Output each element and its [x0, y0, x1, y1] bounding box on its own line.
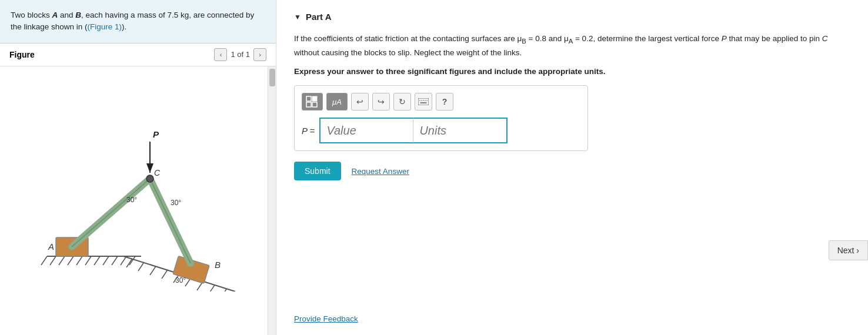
- figure-title: Figure: [9, 50, 35, 59]
- input-label: P =: [302, 126, 315, 136]
- help-button[interactable]: ?: [436, 93, 453, 110]
- angle-3: 30°: [175, 276, 186, 284]
- svg-line-25: [150, 179, 191, 263]
- template-button[interactable]: [302, 93, 323, 110]
- svg-line-4: [68, 256, 74, 265]
- value-input[interactable]: [319, 118, 413, 143]
- input-row: P =: [302, 118, 580, 143]
- svg-line-21: [221, 289, 226, 292]
- svg-rect-31: [418, 98, 429, 105]
- diagram-svg: A B C P: [24, 109, 253, 292]
- answer-box: μA ↩ ↪ ↻ ? P =: [294, 85, 588, 151]
- keyboard-icon: [418, 98, 429, 105]
- svg-line-2: [50, 256, 56, 265]
- svg-rect-30: [312, 102, 317, 107]
- svg-line-1: [41, 256, 47, 265]
- next-figure-button[interactable]: ›: [253, 48, 266, 61]
- units-input[interactable]: [413, 118, 508, 143]
- prev-figure-button[interactable]: ‹: [214, 48, 227, 61]
- svg-line-3: [59, 256, 65, 265]
- svg-line-6: [85, 256, 91, 265]
- provide-feedback-button[interactable]: Provide Feedback: [294, 314, 358, 323]
- next-button[interactable]: Next ›: [829, 240, 868, 260]
- feedback-section: Provide Feedback: [294, 314, 850, 323]
- problem-statement: Two blocks A and B, each having a mass o…: [0, 0, 276, 43]
- svg-line-13: [126, 259, 132, 267]
- question-text: If the coefficients of static friction a…: [294, 32, 850, 59]
- figure-area: A B C P: [0, 66, 276, 336]
- action-row: Submit Request Answer: [294, 162, 850, 180]
- svg-line-16: [162, 270, 168, 279]
- block-A-label: A: [52, 11, 58, 19]
- refresh-button[interactable]: ↻: [393, 93, 411, 110]
- keyboard-button[interactable]: [415, 93, 432, 110]
- redo-button[interactable]: ↪: [372, 93, 390, 110]
- figure-link[interactable]: (Figure 1): [88, 22, 122, 31]
- svg-rect-28: [312, 96, 317, 101]
- svg-line-14: [138, 262, 144, 271]
- svg-line-11: [129, 256, 135, 265]
- grid-icon: [306, 96, 319, 108]
- figure-header: Figure ‹ 1 of 1 ›: [0, 43, 276, 66]
- force-P-label: P: [153, 129, 159, 139]
- scroll-bar[interactable]: [268, 66, 276, 336]
- svg-line-5: [76, 256, 82, 265]
- part-header: ▼ Part A: [294, 12, 850, 22]
- right-panel: ▼ Part A If the coefficients of static f…: [276, 0, 868, 335]
- block-B-text: B: [215, 260, 221, 270]
- left-panel: Two blocks A and B, each having a mass o…: [0, 0, 276, 335]
- part-title: Part A: [306, 12, 332, 22]
- scroll-thumb: [269, 69, 275, 86]
- undo-button[interactable]: ↩: [351, 93, 369, 110]
- figure-diagram: A B C P: [0, 66, 276, 336]
- svg-line-7: [94, 256, 100, 265]
- request-answer-button[interactable]: Request Answer: [352, 167, 409, 176]
- svg-line-20: [209, 285, 215, 292]
- svg-line-15: [150, 266, 156, 275]
- block-A-text: A: [48, 242, 54, 252]
- svg-line-9: [112, 256, 118, 265]
- figure-count: 1 of 1: [231, 50, 250, 59]
- svg-rect-29: [306, 102, 311, 107]
- submit-button[interactable]: Submit: [294, 162, 341, 180]
- angle-2: 30°: [171, 199, 181, 207]
- svg-line-10: [121, 256, 126, 265]
- mu-button[interactable]: μA: [326, 93, 348, 110]
- svg-rect-27: [306, 96, 311, 101]
- svg-line-8: [103, 256, 109, 265]
- figure-nav: ‹ 1 of 1 ›: [214, 48, 266, 61]
- pin-C-label: C: [154, 168, 161, 177]
- angle-1: 30°: [126, 196, 137, 204]
- block-B-label: B: [75, 11, 81, 19]
- pin-C: [146, 175, 153, 182]
- express-instructions: Express your answer to three significant…: [294, 67, 850, 76]
- svg-line-24: [72, 179, 150, 247]
- collapse-icon[interactable]: ▼: [294, 13, 301, 21]
- toolbar: μA ↩ ↪ ↻ ?: [302, 93, 580, 110]
